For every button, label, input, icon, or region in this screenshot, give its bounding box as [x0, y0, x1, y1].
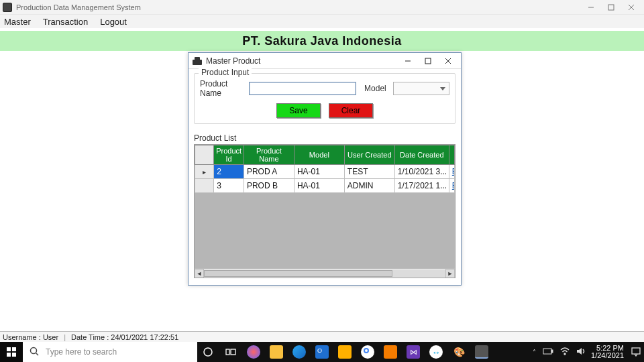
grid-header-product-name[interactable]: Product Name: [244, 145, 294, 165]
cell-model[interactable]: HA-01: [294, 165, 344, 179]
briefcase-icon: [193, 57, 202, 65]
svg-rect-16: [231, 349, 235, 355]
dialog-title: Master Product: [206, 56, 399, 66]
statusbar: Username : User | Date Time : 24/01/2021…: [0, 331, 644, 342]
svg-rect-17: [543, 349, 551, 354]
model-select[interactable]: [393, 82, 449, 95]
cell-date-created[interactable]: 1/17/2021 1...: [394, 179, 449, 193]
table-row[interactable]: 2 PROD A HA-01 TEST 1/10/2021 3... E: [195, 165, 455, 179]
scroll-thumb[interactable]: [204, 270, 392, 277]
taskbar-search-placeholder: Type here to search: [46, 347, 117, 357]
save-button[interactable]: Save: [276, 103, 321, 118]
grid-header-user-created[interactable]: User Created: [344, 145, 394, 165]
status-username-label: Username :: [3, 333, 41, 341]
svg-rect-10: [7, 353, 11, 357]
task-view-icon[interactable]: [224, 345, 237, 359]
grid-corner[interactable]: [195, 145, 214, 165]
outlook-icon[interactable]: O: [315, 345, 329, 359]
cell-product-id[interactable]: 2: [214, 165, 244, 179]
grid-header-date-created[interactable]: Date Created: [394, 145, 449, 165]
this-app-taskbar-icon[interactable]: [475, 345, 488, 359]
search-icon: [30, 347, 39, 358]
svg-marker-20: [577, 348, 582, 355]
menu-master[interactable]: Master: [4, 17, 31, 27]
grid-header-extra[interactable]: [449, 145, 454, 165]
svg-rect-1: [608, 5, 614, 10]
taskbar-date: 1/24/2021: [591, 352, 624, 359]
master-product-dialog: Master Product Product Input Product Nam…: [188, 52, 462, 286]
cell-product-id[interactable]: 3: [214, 179, 244, 193]
svg-point-14: [204, 348, 212, 356]
cell-user-created[interactable]: TEST: [344, 165, 394, 179]
company-banner: PT. Sakura Java Indonesia: [0, 31, 644, 51]
store-icon[interactable]: [338, 345, 352, 359]
svg-point-19: [564, 353, 566, 355]
cell-user-created[interactable]: ADMIN: [344, 179, 394, 193]
cell-extra[interactable]: E: [449, 165, 454, 179]
cell-product-name[interactable]: PROD A: [244, 165, 294, 179]
svg-rect-21: [632, 348, 640, 354]
svg-point-12: [31, 347, 37, 353]
edge-icon[interactable]: [292, 345, 306, 359]
model-label: Model: [364, 84, 386, 93]
paint-icon[interactable]: 🎨: [452, 345, 466, 359]
product-name-input[interactable]: [249, 82, 356, 95]
taskbar-clock[interactable]: 5:22 PM 1/24/2021: [591, 345, 628, 359]
scroll-right-arrow-icon[interactable]: ►: [445, 269, 455, 278]
product-input-group-title: Product Input: [199, 68, 252, 77]
svg-rect-9: [12, 347, 16, 351]
window-close-button[interactable]: [621, 0, 641, 15]
tray-expand-icon[interactable]: ˄: [533, 349, 536, 356]
taskbar: Type here to search O ⋈ ↔ 🎨 ˄ 5:22 PM: [0, 342, 644, 362]
scroll-left-arrow-icon[interactable]: ◄: [195, 269, 204, 278]
start-button[interactable]: [0, 342, 23, 362]
product-input-group: Product Input Product Name Model Save Cl…: [194, 73, 455, 124]
row-header[interactable]: [195, 165, 214, 179]
row-header[interactable]: [195, 179, 214, 193]
action-center-icon[interactable]: [628, 342, 644, 362]
svg-rect-8: [7, 347, 11, 351]
grid-header-product-id[interactable]: Product Id: [214, 145, 244, 165]
svg-rect-18: [551, 350, 553, 353]
dialog-minimize-button[interactable]: [399, 54, 417, 68]
cell-product-name[interactable]: PROD B: [244, 179, 294, 193]
svg-rect-5: [425, 58, 431, 64]
status-username-value: User: [43, 333, 58, 341]
sound-icon[interactable]: [576, 347, 586, 357]
svg-line-13: [36, 353, 38, 355]
file-explorer-icon[interactable]: [270, 345, 283, 359]
clear-button[interactable]: Clear: [329, 103, 373, 118]
product-name-label: Product Name: [200, 79, 245, 98]
battery-icon[interactable]: [543, 348, 553, 356]
paint3d-icon[interactable]: [247, 345, 260, 359]
menubar: Master Transaction Logout: [0, 15, 644, 28]
dialog-maximize-button[interactable]: [419, 54, 437, 68]
app-icon: [3, 3, 12, 12]
cortana-icon[interactable]: [201, 345, 215, 359]
status-datetime-value: 24/01/2021 17:22:51: [111, 333, 178, 341]
product-list-label: Product List: [194, 133, 455, 143]
teamviewer-icon[interactable]: ↔: [429, 345, 443, 359]
visual-studio-icon[interactable]: ⋈: [407, 345, 420, 359]
table-row[interactable]: 3 PROD B HA-01 ADMIN 1/17/2021 1... E: [195, 179, 455, 193]
cell-extra[interactable]: E: [449, 179, 454, 193]
wifi-icon[interactable]: [560, 347, 570, 357]
taskbar-search[interactable]: Type here to search: [23, 342, 197, 362]
grid-header-model[interactable]: Model: [294, 145, 344, 165]
svg-rect-15: [226, 349, 229, 355]
cell-model[interactable]: HA-01: [294, 179, 344, 193]
dialog-close-button[interactable]: [439, 54, 457, 68]
menu-logout[interactable]: Logout: [100, 17, 127, 27]
chrome-icon[interactable]: [361, 345, 374, 359]
grid-horizontal-scrollbar[interactable]: ◄ ►: [195, 268, 455, 278]
menu-transaction[interactable]: Transaction: [43, 17, 88, 27]
scroll-track[interactable]: [204, 270, 445, 277]
window-minimize-button[interactable]: [581, 0, 601, 15]
status-datetime-label: Date Time :: [71, 333, 109, 341]
svg-rect-11: [12, 353, 16, 357]
window-title: Production Data Management System: [16, 3, 581, 11]
product-grid[interactable]: Product Id Product Name Model User Creat…: [194, 144, 455, 278]
cell-date-created[interactable]: 1/10/2021 3...: [394, 165, 449, 179]
xampp-icon[interactable]: [384, 345, 397, 359]
window-maximize-button[interactable]: [601, 0, 621, 15]
